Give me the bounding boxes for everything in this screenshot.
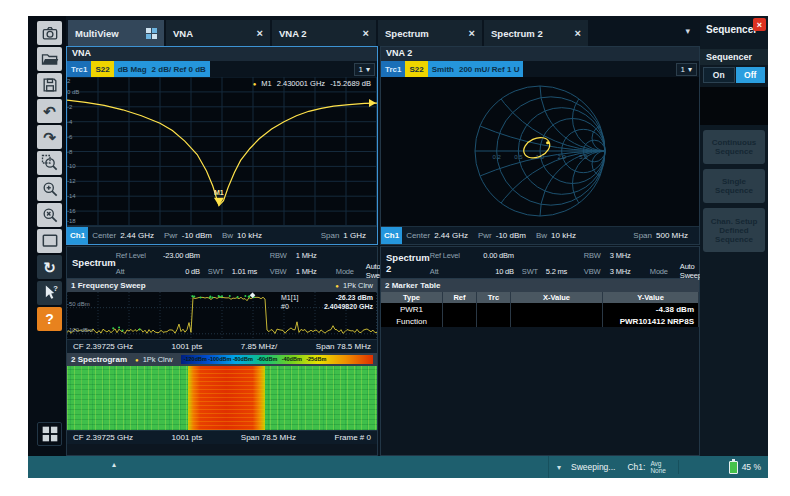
peak-dot-icon <box>118 327 120 329</box>
close-tab-icon[interactable]: × <box>575 27 581 39</box>
camera-icon <box>40 23 60 43</box>
channel-badge[interactable]: Ch1 <box>381 227 402 244</box>
smith-axis-label: 5.0 <box>579 154 587 160</box>
y-axis-label: -50 dBm <box>67 301 90 307</box>
trace-format[interactable]: Smith200 mU/ Ref 1 U <box>428 61 524 77</box>
vbw-value[interactable]: 3 MHz <box>610 267 650 276</box>
trace-level-arrow-icon <box>369 99 376 107</box>
sequencer-on-button[interactable]: On <box>703 67 735 83</box>
sequencer-refresh-button[interactable]: ↻ <box>37 255 62 279</box>
color-scale-label: -120dBm <box>184 356 207 362</box>
help-button[interactable]: ? <box>37 307 62 331</box>
power-value[interactable]: -10 dBm <box>496 231 526 240</box>
trace-name-badge[interactable]: Trc1 <box>381 61 405 77</box>
channel-status: Ch1: <box>627 462 645 472</box>
window-spectrum2[interactable]: Spectrum 2 Ref Level0.00 dBm RBW3 MHz At… <box>380 246 700 456</box>
att-value[interactable]: 0 dB <box>156 267 208 276</box>
spectrogram-area[interactable] <box>67 366 377 430</box>
context-help-button[interactable]: ? <box>37 281 62 305</box>
smith-chart-area[interactable]: 0.20.51.02.05.0 <box>381 77 699 226</box>
window-vna2[interactable]: VNA 2 Trc1 S22 Smith200 mU/ Ref 1 U 1▾ 0… <box>380 46 700 245</box>
span-value[interactable]: Span 78.5 MHz <box>316 342 371 351</box>
close-tab-icon[interactable]: × <box>363 27 369 39</box>
vna-chart-area[interactable]: M1 ● M12.430001 GHz-15.2689 dB 20 dB-2-4… <box>67 77 377 226</box>
bandwidth-value[interactable]: 10 kHz <box>551 231 576 240</box>
tab-vna[interactable]: VNA × <box>166 20 270 46</box>
swt-value[interactable]: 1.01 ms <box>232 267 270 276</box>
table-row[interactable]: Function PWR101412 NRP8S <box>381 315 699 327</box>
redo-button[interactable]: ↷ <box>37 125 62 149</box>
message-expand-icon[interactable]: ▾ <box>557 463 561 472</box>
rbw-value[interactable]: 3 MHz <box>610 251 650 260</box>
span-value[interactable]: 1 GHz <box>343 231 366 240</box>
windows-start-button[interactable] <box>37 422 62 446</box>
zoom-off-button[interactable] <box>37 203 62 227</box>
peak-dot-icon <box>209 295 211 297</box>
table-row[interactable]: PWR1 -4.38 dBm <box>381 303 699 315</box>
peak-dot-icon <box>221 295 223 297</box>
single-sequence-button[interactable]: Single Sequence <box>703 169 765 203</box>
tab-spectrum2[interactable]: Spectrum 2 × <box>484 20 588 46</box>
spectrum-chart-area[interactable]: M1[1]-26.23 dBm #02.4049820 GHz -50 dBm-… <box>67 292 377 339</box>
frame-value[interactable]: Frame # 0 <box>335 433 371 442</box>
close-tab-icon[interactable]: × <box>469 27 475 39</box>
sparam-badge[interactable]: S22 <box>91 61 113 77</box>
mode-value[interactable]: Auto Sweep <box>680 262 702 280</box>
peak-dot-icon <box>229 295 231 297</box>
ref-level-value[interactable]: -23.00 dBm <box>156 251 208 260</box>
screenshot-button[interactable] <box>37 21 62 45</box>
window-spectrum[interactable]: Spectrum Ref Level-23.00 dBm RBW1 MHz At… <box>66 246 378 456</box>
color-scale-label: -40dBm <box>282 356 302 362</box>
trace-number-dropdown[interactable]: 1▾ <box>676 63 697 76</box>
continuous-sequence-button[interactable]: Continuous Sequence <box>703 130 765 164</box>
y-axis-label: -2 <box>67 104 72 110</box>
trace-number-dropdown[interactable]: 1▾ <box>354 63 375 76</box>
cf-value[interactable]: CF 2.39725 GHz <box>73 433 133 442</box>
color-scale-label: -80dBm <box>233 356 253 362</box>
tab-label: Spectrum 2 <box>491 28 543 39</box>
ref-level-value[interactable]: 0.00 dBm <box>470 251 522 260</box>
close-tab-icon[interactable]: × <box>257 27 263 39</box>
zoom-in-button[interactable] <box>37 177 62 201</box>
chevron-down-icon: ▾ <box>688 65 692 74</box>
trace-format[interactable]: dB Mag2 dB/ Ref 0 dB <box>114 61 210 77</box>
span-value[interactable]: 500 MHz <box>656 231 688 240</box>
marker-m1-label: M1 <box>214 189 224 196</box>
center-freq-value[interactable]: 2.44 GHz <box>120 231 154 240</box>
cf-value[interactable]: CF 2.39725 GHz <box>73 342 133 351</box>
channel-defined-sequence-button[interactable]: Chan. Setup Defined Sequence <box>703 208 765 252</box>
channel-tab-bar: MultiView VNA × VNA 2 × Spectrum × Spect… <box>66 16 700 46</box>
close-panel-button[interactable]: × <box>753 18 766 31</box>
tab-overflow-button[interactable]: ▾ <box>685 26 690 36</box>
span-value[interactable]: Span 78.5 MHz <box>241 433 296 442</box>
save-button[interactable] <box>37 73 62 97</box>
tab-vna2[interactable]: VNA 2 × <box>272 20 376 46</box>
undo-button[interactable]: ↶ <box>37 99 62 123</box>
window-vna[interactable]: VNA Trc1 S22 dB Mag2 dB/ Ref 0 dB 1▾ M1 … <box>66 46 378 245</box>
sequencer-off-button[interactable]: Off <box>736 67 766 83</box>
vbw-value[interactable]: 1 MHz <box>296 267 336 276</box>
rbw-value[interactable]: 1 MHz <box>296 251 336 260</box>
zoom-in-icon <box>40 179 60 199</box>
sequencer-toggle: On Off <box>700 65 768 85</box>
channel-badge[interactable]: Ch1 <box>67 227 88 244</box>
left-toolbar: ↶ ↷ ↻ ? ? <box>28 16 66 456</box>
zoom-select-button[interactable] <box>37 151 62 175</box>
y-axis-label: -16 <box>67 208 76 214</box>
marker-table-header: Type Ref Trc X-Value Y-Value <box>381 292 699 303</box>
swt-value[interactable]: 5.2 ms <box>546 267 584 276</box>
open-file-button[interactable] <box>37 47 62 71</box>
statusbar-collapse-icon[interactable]: ▴ <box>112 460 116 469</box>
tab-spectrum[interactable]: Spectrum × <box>378 20 482 46</box>
spectrum-settings: Ref Level-23.00 dBm RBW1 MHz Att0 dB SWT… <box>116 247 388 278</box>
trace-name-badge[interactable]: Trc1 <box>67 61 91 77</box>
att-value[interactable]: 10 dB <box>470 267 522 276</box>
sparam-badge[interactable]: S22 <box>405 61 427 77</box>
display-config-button[interactable] <box>37 229 62 253</box>
spectrum-footer: CF 2.39725 GHz 1001 pts 7.85 MHz/ Span 7… <box>67 339 377 353</box>
svg-text:?: ? <box>53 284 58 293</box>
center-freq-value[interactable]: 2.44 GHz <box>434 231 468 240</box>
bandwidth-value[interactable]: 10 kHz <box>237 231 262 240</box>
power-value[interactable]: -10 dBm <box>182 231 212 240</box>
tab-multiview[interactable]: MultiView <box>68 20 164 46</box>
